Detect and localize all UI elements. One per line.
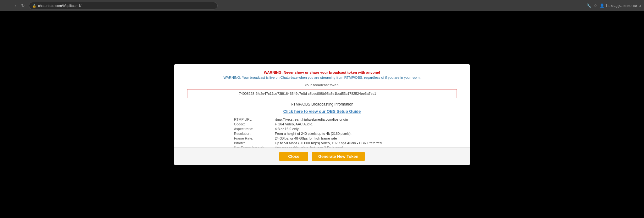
- info-row: Codec:H.264 Video, AAC Audio.: [234, 122, 410, 126]
- url-text: chaturbate.com/b/splitcam1/: [38, 4, 81, 8]
- info-row: Bitrate:Up to 50 Mbps (50 000 Kbps) Vide…: [234, 141, 410, 145]
- info-row: Aspect ratio:4:3 or 16:9 only.: [234, 127, 410, 131]
- info-row: Frame Rate:24-30fps, or 48-60fps for hig…: [234, 136, 410, 140]
- token-input[interactable]: [237, 91, 407, 96]
- info-label: RTMP URL:: [234, 118, 275, 121]
- warning-red-text: WARNING: Never show or share your broadc…: [187, 71, 457, 74]
- section-title: RTMP/OBS Broadcasting Information: [187, 102, 457, 106]
- lock-icon: 🔒: [32, 4, 36, 8]
- info-value: From a height of 240 pixels up to 4k (21…: [275, 132, 352, 135]
- main-content: WARNING: Never show or share your broadc…: [0, 11, 644, 218]
- browser-actions: 🔧 ☆ 👤 1 вкладка инкогнито: [586, 3, 641, 8]
- user-menu[interactable]: 👤 1 вкладка инкогнито: [600, 3, 641, 8]
- forward-button[interactable]: →: [11, 2, 18, 9]
- token-label: Your broadcast token:: [187, 83, 457, 87]
- extension-icon[interactable]: 🔧: [586, 3, 591, 8]
- info-row: RTMP URL:rtmp://live.stream.highwebmedia…: [234, 118, 410, 121]
- warning-blue-text: WARNING: Your broadcast is live on Chatu…: [187, 76, 457, 79]
- modal-container: WARNING: Never show or share your broadc…: [174, 64, 470, 165]
- info-label: Bitrate:: [234, 141, 275, 145]
- bookmark-icon[interactable]: ☆: [594, 3, 597, 8]
- refresh-button[interactable]: ↻: [19, 2, 26, 9]
- info-value: Up to 50 Mbps (50 000 Kbps) Video, 192 K…: [275, 141, 383, 145]
- info-table: RTMP URL:rtmp://live.stream.highwebmedia…: [234, 118, 410, 147]
- modal-scroll-area[interactable]: WARNING: Never show or share your broadc…: [174, 64, 470, 147]
- obs-setup-link[interactable]: Click here to view our OBS Setup Guide: [187, 109, 457, 114]
- token-border: [187, 89, 457, 98]
- info-label: Codec:: [234, 122, 275, 126]
- generate-token-button[interactable]: Generate New Token: [312, 152, 365, 161]
- info-value: 24-30fps, or 48-60fps for high frame rat…: [275, 136, 337, 140]
- nav-buttons: ← → ↻: [3, 2, 26, 9]
- address-bar[interactable]: 🔒 chaturbate.com/b/splitcam1/: [29, 2, 218, 9]
- close-button[interactable]: Close: [279, 152, 308, 161]
- info-label: Frame Rate:: [234, 136, 275, 140]
- token-section: Your broadcast token:: [187, 83, 457, 98]
- info-value: H.264 Video, AAC Audio.: [275, 122, 313, 126]
- info-value: rtmp://live.stream.highwebmedia.com/live…: [275, 118, 348, 121]
- info-label: Resolution:: [234, 132, 275, 135]
- browser-chrome: ← → ↻ 🔒 chaturbate.com/b/splitcam1/ 🔧 ☆ …: [0, 0, 644, 11]
- modal-footer: Close Generate New Token: [174, 147, 470, 165]
- back-button[interactable]: ←: [3, 2, 10, 9]
- info-value: 4:3 or 16:9 only.: [275, 127, 299, 131]
- info-row: Resolution:From a height of 240 pixels u…: [234, 132, 410, 135]
- info-label: Aspect ratio:: [234, 127, 275, 131]
